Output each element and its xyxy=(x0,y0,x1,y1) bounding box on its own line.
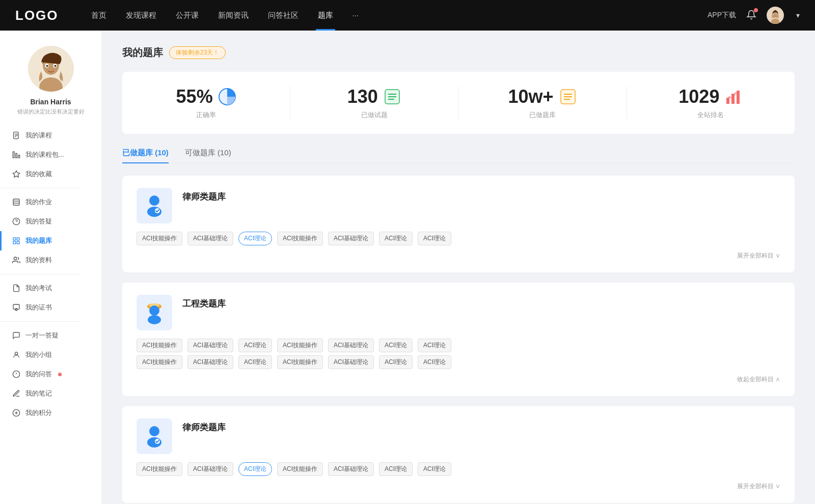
qbank-tag[interactable]: ACI技能操作 xyxy=(277,339,323,352)
qbank-tag[interactable]: ACI基础理论 xyxy=(187,339,233,352)
qbank-tag[interactable]: ACI基础理论 xyxy=(328,355,374,369)
sidebar-item-10[interactable]: 我的小组 xyxy=(0,345,101,365)
stat-label: 正确率 xyxy=(196,110,216,120)
navbar: LOGO 首页发现课程公开课新闻资讯问答社区题库··· APP下载 xyxy=(0,0,815,31)
lawyer-icon xyxy=(137,188,172,223)
qbank-card-2: 律师类题库ACI技能操作ACI基础理论ACI理论ACI技能操作ACI基础理论AC… xyxy=(122,406,795,503)
svg-point-34 xyxy=(15,352,17,355)
qbank-tag[interactable]: ACI技能操作 xyxy=(277,462,323,476)
qbank-tag[interactable]: ACI技能操作 xyxy=(277,355,323,369)
qbank-tag[interactable]: ACI技能操作 xyxy=(137,462,182,476)
app-download-button[interactable]: APP下载 xyxy=(708,11,736,20)
expand-button[interactable]: 展开全部科目 ∨ xyxy=(737,252,780,259)
sidebar-item-3[interactable]: 我的作业 xyxy=(0,192,101,212)
notification-bell[interactable] xyxy=(746,10,756,21)
cert-icon xyxy=(12,303,20,312)
sidebar-item-7[interactable]: 我的考试 xyxy=(0,278,101,298)
avatar-chevron[interactable]: ▾ xyxy=(796,11,800,19)
qbank-tag[interactable]: ACI理论 xyxy=(238,232,272,245)
note-icon xyxy=(12,389,20,398)
qbank-tag[interactable]: ACI技能操作 xyxy=(277,232,323,245)
qbank-tag[interactable]: ACI理论 xyxy=(379,339,413,352)
sidebar-item-label-2: 我的收藏 xyxy=(25,170,52,179)
star-icon xyxy=(12,170,20,178)
chart-icon xyxy=(12,151,20,159)
sidebar-item-4[interactable]: 我的答疑 xyxy=(0,212,101,231)
qbank-tag[interactable]: ACI理论 xyxy=(238,355,272,369)
qbank-title: 工程类题库 xyxy=(182,298,226,310)
sidebar-item-0[interactable]: 我的课程 xyxy=(0,126,101,145)
sidebar-item-2[interactable]: 我的收藏 xyxy=(0,164,101,184)
content-area: 我的题库 体验剩余23天！ 55% 正确率130 已做试题10w+ 已做题库10… xyxy=(102,31,815,504)
sidebar-user-name: Brian Harris xyxy=(30,98,71,106)
qbank-tag[interactable]: ACI基础理论 xyxy=(328,462,374,476)
stat-label: 全站排名 xyxy=(697,110,724,120)
tab-item[interactable]: 已做题库 (10) xyxy=(122,148,169,163)
sidebar-item-9[interactable]: 一对一答疑 xyxy=(0,326,101,345)
qbank-tag[interactable]: ACI理论 xyxy=(418,232,451,245)
sidebar-item-11[interactable]: 我的问答 xyxy=(0,365,101,384)
qbank-tag[interactable]: ACI理论 xyxy=(379,232,413,245)
qbank-tag[interactable]: ACI理论 xyxy=(238,462,272,476)
page-title-row: 我的题库 体验剩余23天！ xyxy=(122,46,795,60)
sidebar-item-1[interactable]: 我的课程包... xyxy=(0,145,101,164)
sidebar-item-13[interactable]: 我的积分 xyxy=(0,403,101,423)
svg-point-59 xyxy=(148,315,161,324)
page-title: 我的题库 xyxy=(122,46,163,60)
navbar-link-首页[interactable]: 首页 xyxy=(89,11,108,20)
sidebar-item-8[interactable]: 我的证书 xyxy=(0,298,101,317)
sidebar-item-label-12: 我的笔记 xyxy=(25,389,52,398)
navbar-link-···[interactable]: ··· xyxy=(350,11,361,20)
navbar-link-问答社区[interactable]: 问答社区 xyxy=(266,11,301,20)
group-icon xyxy=(12,351,20,359)
stat-value: 1029 xyxy=(678,86,719,107)
qbank-tag[interactable]: ACI理论 xyxy=(379,355,413,369)
qbank-tag[interactable]: ACI基础理论 xyxy=(328,232,374,245)
list-yellow-icon xyxy=(559,88,577,106)
qbank-tag[interactable]: ACI技能操作 xyxy=(137,232,182,245)
navbar-link-新闻资讯[interactable]: 新闻资讯 xyxy=(216,11,251,20)
qbank-tag[interactable]: ACI基础理论 xyxy=(187,462,233,476)
qbank-card-0: 律师类题库ACI技能操作ACI基础理论ACI理论ACI技能操作ACI基础理论AC… xyxy=(122,176,795,272)
qa-icon xyxy=(12,370,20,378)
sidebar-menu: 我的课程我的课程包...我的收藏我的作业我的答疑我的题库我的资料我的考试我的证书… xyxy=(0,126,101,423)
qbank-tag[interactable]: ACI理论 xyxy=(238,339,272,352)
svg-rect-22 xyxy=(13,199,19,205)
bar-red-icon xyxy=(724,88,743,106)
qbank-tag[interactable]: ACI理论 xyxy=(418,339,451,352)
expand-button[interactable]: 展开全部科目 ∨ xyxy=(737,483,780,490)
navbar-link-公开课[interactable]: 公开课 xyxy=(174,11,201,20)
sidebar-item-12[interactable]: 我的笔记 xyxy=(0,384,101,403)
qbank-tag[interactable]: ACI基础理论 xyxy=(187,355,233,369)
grid-icon xyxy=(12,237,20,245)
sidebar-item-label-6: 我的资料 xyxy=(25,256,52,265)
stat-item-已做试题: 130 已做试题 xyxy=(290,86,458,120)
avatar[interactable] xyxy=(767,7,784,24)
qbank-tag[interactable]: ACI理论 xyxy=(379,462,413,476)
qbank-tag[interactable]: ACI基础理论 xyxy=(187,232,233,245)
qbank-tag[interactable]: ACI技能操作 xyxy=(137,339,182,352)
tab-item[interactable]: 可做题库 (10) xyxy=(185,148,231,163)
stat-value: 10w+ xyxy=(508,86,554,107)
sidebar-item-label-5: 我的题库 xyxy=(25,236,52,245)
svg-rect-27 xyxy=(13,238,16,240)
question-icon xyxy=(12,217,20,226)
svg-rect-52 xyxy=(737,91,740,104)
qbank-tag[interactable]: ACI理论 xyxy=(418,355,451,369)
task-icon xyxy=(12,198,20,206)
main-layout: Brian Harris 错误的决定比没有决定要好 我的课程我的课程包...我的… xyxy=(0,31,815,504)
sidebar-item-label-8: 我的证书 xyxy=(25,303,52,312)
sidebar-item-label-3: 我的作业 xyxy=(25,198,52,207)
qbank-tag[interactable]: ACI理论 xyxy=(418,462,451,476)
sidebar-item-6[interactable]: 我的资料 xyxy=(0,250,101,270)
collapse-button[interactable]: 收起全部科目 ∧ xyxy=(737,376,780,383)
svg-point-31 xyxy=(14,257,16,260)
qbank-tag[interactable]: ACI技能操作 xyxy=(137,355,182,369)
navbar-link-发现课程[interactable]: 发现课程 xyxy=(124,11,158,20)
sidebar-item-5[interactable]: 我的题库 xyxy=(0,231,101,250)
qbank-tag[interactable]: ACI基础理论 xyxy=(328,339,374,352)
sidebar: Brian Harris 错误的决定比没有决定要好 我的课程我的课程包...我的… xyxy=(0,31,102,504)
navbar-logo[interactable]: LOGO xyxy=(15,8,59,23)
svg-point-53 xyxy=(149,195,159,206)
navbar-link-题库[interactable]: 题库 xyxy=(316,11,335,20)
